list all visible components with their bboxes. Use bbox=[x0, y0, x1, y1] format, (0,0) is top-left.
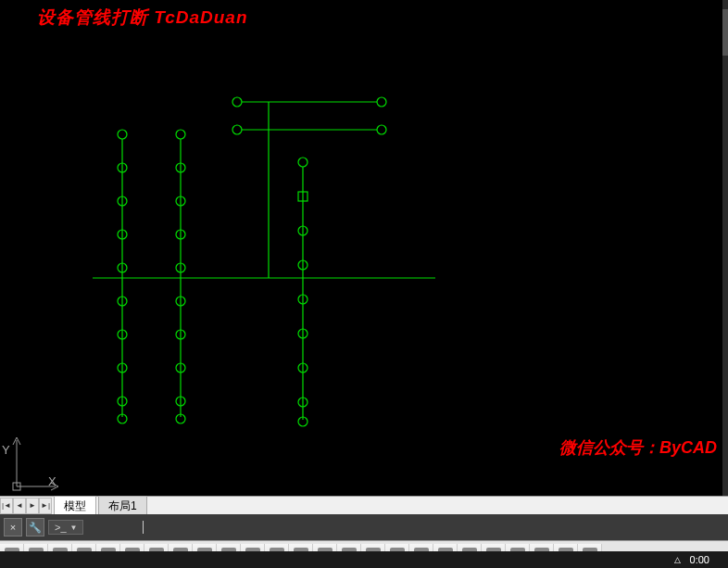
ucs-x-label: X bbox=[48, 474, 56, 488]
svg-point-24 bbox=[377, 97, 386, 107]
svg-point-23 bbox=[232, 97, 242, 107]
command-dropdown-icon[interactable]: ▼ bbox=[70, 524, 78, 532]
command-prompt-icon: >_ bbox=[55, 522, 67, 533]
vertical-scrollbar[interactable] bbox=[722, 0, 728, 496]
text-cursor bbox=[143, 521, 144, 534]
tab-nav-next[interactable]: ► bbox=[26, 498, 39, 514]
close-icon[interactable]: × bbox=[4, 518, 22, 536]
svg-point-12 bbox=[176, 130, 185, 139]
ucs-y-label: Y bbox=[2, 443, 10, 457]
command-bar: × 🔧 >_ ▼ bbox=[0, 514, 728, 540]
tab-nav-last[interactable]: ►| bbox=[39, 498, 52, 514]
watermark-text: 微信公众号：ByCAD bbox=[559, 436, 717, 459]
tab-model[interactable]: 模型 bbox=[54, 496, 96, 516]
svg-point-31 bbox=[298, 158, 308, 167]
cad-drawing bbox=[0, 0, 728, 496]
svg-point-1 bbox=[118, 130, 127, 139]
scrollbar-thumb[interactable] bbox=[722, 9, 728, 56]
layout-tab-bar: |◄ ◄ ► ►| 模型 布局1 bbox=[0, 496, 728, 514]
wrench-icon[interactable]: 🔧 bbox=[26, 518, 44, 536]
clock[interactable]: 0:00 bbox=[690, 554, 709, 565]
svg-point-26 bbox=[232, 125, 242, 134]
tray-expand-icon[interactable]: △ bbox=[674, 555, 681, 564]
command-input[interactable] bbox=[87, 518, 724, 536]
command-input-wrap[interactable]: >_ ▼ bbox=[48, 520, 83, 535]
tab-layout1[interactable]: 布局1 bbox=[98, 496, 147, 516]
tab-nav-prev[interactable]: ◄ bbox=[13, 498, 26, 514]
cad-canvas[interactable]: 设备管线打断 TcDaDuan bbox=[0, 0, 728, 496]
svg-point-27 bbox=[377, 125, 386, 134]
tab-nav-first[interactable]: |◄ bbox=[0, 498, 13, 514]
os-taskbar: △ 0:00 bbox=[0, 551, 728, 568]
